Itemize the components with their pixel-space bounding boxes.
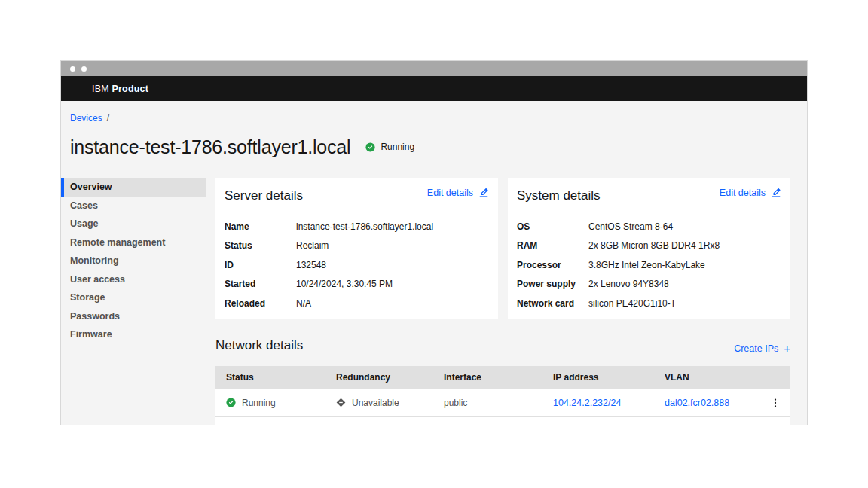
cell-ip-address: 104.24.2.232/24 [542, 398, 654, 408]
overflow-menu-icon [770, 398, 781, 408]
edit-details-label: Edit details [427, 188, 473, 198]
detail-row: Reloaded N/A [225, 294, 489, 313]
detail-row: OS CentOS Stream 8-64 [517, 217, 781, 236]
server-details-title: Server details [225, 188, 303, 204]
panels: Server details Edit details [215, 178, 790, 425]
cell-redundancy: Unavailable [326, 398, 433, 408]
edit-details-label: Edit details [720, 188, 766, 198]
edit-pencil-icon [771, 188, 781, 198]
detail-row: Status Reclaim [225, 236, 489, 256]
network-details-header: Network details Create IPs + [215, 337, 790, 354]
network-table-row: Running Unavailable public 104.24.2.232/… [215, 389, 790, 417]
network-table-header-row: Status Redundancy Interface IP address V… [215, 366, 790, 389]
details-cards-row: Server details Edit details [215, 178, 790, 319]
detail-value: 2x 8GB Micron 8GB DDR4 1Rx8 [588, 240, 720, 251]
detail-label: Processor [517, 260, 588, 270]
sidebar-item-label: Cases [70, 200, 98, 211]
sidebar-item-firmware[interactable]: Firmware [61, 325, 206, 344]
detail-label: ID [225, 260, 296, 270]
sidebar-item-label: Monitoring [70, 255, 119, 266]
column-header-vlan: VLAN [654, 372, 760, 383]
detail-row: RAM 2x 8GB Micron 8GB DDR4 1Rx8 [517, 236, 781, 256]
app-header: IBM Product [61, 76, 807, 101]
brand-product: Product [112, 84, 149, 94]
page-title-row: instance-test-1786.softlayer1.local Runn… [70, 136, 807, 158]
system-details-card: System details Edit details [508, 178, 790, 319]
sidebar-item-label: Storage [70, 292, 105, 303]
detail-row: Name instance-test-1786.softlayer1.local [225, 217, 489, 236]
detail-value: Reclaim [296, 240, 329, 251]
detail-value: N/A [296, 298, 311, 309]
edit-pencil-icon [478, 188, 489, 198]
detail-label: Network card [517, 298, 588, 309]
edit-server-details-link[interactable]: Edit details [427, 188, 489, 198]
sidebar-nav: Overview Cases Usage Remote management M… [61, 178, 206, 425]
main-layout: Overview Cases Usage Remote management M… [61, 178, 807, 425]
sidebar-item-label: User access [70, 274, 125, 285]
window-control-dot[interactable] [81, 66, 87, 72]
detail-label: Reloaded [225, 298, 296, 309]
detail-label: Power supply [517, 279, 588, 289]
detail-row: Processor 3.8GHz Intel Zeon-KabyLake [517, 255, 781, 275]
network-table: Status Redundancy Interface IP address V… [215, 366, 790, 425]
menu-hamburger-icon[interactable] [69, 84, 81, 93]
server-details-card: Server details Edit details [215, 178, 498, 319]
detail-label: RAM [517, 240, 588, 251]
detail-value: 2x Lenovo 94Y8348 [588, 279, 669, 289]
undefined-diamond-icon [336, 398, 346, 407]
create-ips-label: Create IPs [734, 343, 778, 354]
brand-title: IBM Product [92, 84, 148, 94]
sidebar-item-remote-management[interactable]: Remote management [61, 233, 206, 252]
system-details-title: System details [517, 188, 601, 204]
sidebar-item-storage[interactable]: Storage [61, 288, 206, 307]
breadcrumb: Devices/ [70, 112, 807, 124]
brand-prefix: IBM [92, 84, 109, 94]
sidebar-item-label: Overview [70, 181, 112, 192]
window-control-dot[interactable] [70, 66, 75, 72]
edit-system-details-link[interactable]: Edit details [720, 188, 781, 198]
detail-label: Name [225, 221, 296, 232]
check-circle-icon [365, 142, 375, 152]
sidebar-item-user-access[interactable]: User access [61, 270, 206, 289]
page-content: Devices/ instance-test-1786.softlayer1.l… [61, 101, 807, 425]
plus-icon: + [784, 344, 790, 353]
column-header-interface: Interface [433, 372, 542, 383]
app-window: IBM Product Devices/ instance-test-1786.… [60, 60, 808, 425]
breadcrumb-link-devices[interactable]: Devices [70, 113, 102, 124]
sidebar-item-label: Passwords [70, 311, 120, 322]
detail-row: ID 132548 [225, 255, 489, 275]
create-ips-link[interactable]: Create IPs + [734, 343, 790, 354]
vlan-link[interactable]: dal02.fcr02.888 [665, 398, 729, 408]
sidebar-item-label: Firmware [70, 329, 112, 340]
detail-row: Network card silicon PE420G1i10-T [517, 294, 781, 313]
server-details-list: Name instance-test-1786.softlayer1.local… [225, 217, 489, 313]
column-header-redundancy: Redundancy [326, 372, 433, 383]
status-badge: Running [365, 142, 414, 152]
detail-label: Started [225, 279, 296, 289]
detail-label: OS [517, 221, 588, 232]
breadcrumb-separator: / [107, 113, 109, 124]
page-title: instance-test-1786.softlayer1.local [70, 136, 350, 158]
detail-value: 10/24/2024, 3:30:45 PM [296, 279, 393, 289]
status-label: Running [381, 142, 414, 152]
column-header-ip-address: IP address [542, 372, 654, 383]
detail-row: Started 10/24/2024, 3:30:45 PM [225, 275, 489, 294]
sidebar-item-monitoring[interactable]: Monitoring [61, 252, 206, 270]
sidebar-item-cases[interactable]: Cases [61, 197, 206, 215]
detail-value: silicon PE420G1i10-T [588, 298, 676, 309]
system-details-list: OS CentOS Stream 8-64 RAM 2x 8GB Micron … [517, 217, 781, 313]
ip-address-link[interactable]: 104.24.2.232/24 [553, 398, 621, 408]
detail-row: Power supply 2x Lenovo 94Y8348 [517, 275, 781, 294]
sidebar-item-label: Usage [70, 218, 99, 229]
cell-vlan: dal02.fcr02.888 [654, 398, 760, 408]
detail-value: 132548 [296, 260, 326, 270]
cell-interface: public [433, 398, 542, 408]
column-header-status: Status [215, 372, 326, 383]
sidebar-item-usage[interactable]: Usage [61, 215, 206, 233]
sidebar-item-passwords[interactable]: Passwords [61, 307, 206, 326]
sidebar-item-label: Remote management [70, 237, 165, 248]
row-overflow-menu-button[interactable] [760, 389, 790, 416]
detail-value: 3.8GHz Intel Zeon-KabyLake [588, 260, 705, 270]
sidebar-item-overview[interactable]: Overview [61, 178, 206, 197]
detail-value: CentOS Stream 8-64 [588, 221, 673, 232]
